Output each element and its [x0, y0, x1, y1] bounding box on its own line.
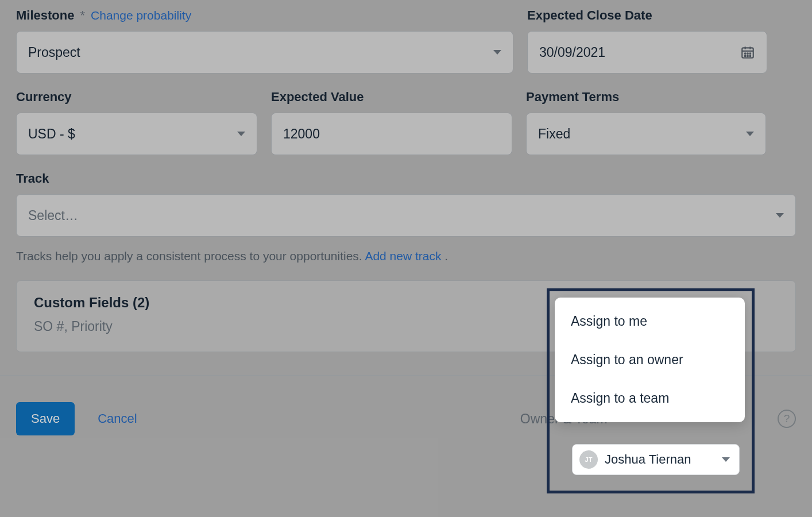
- payment-terms-value: Fixed: [538, 126, 746, 142]
- assign-to-owner-item[interactable]: Assign to an owner: [555, 341, 745, 379]
- milestone-select[interactable]: Prospect: [16, 31, 513, 74]
- chevron-down-icon: [237, 132, 245, 136]
- svg-point-4: [745, 53, 746, 54]
- payment-terms-field: Payment Terms Fixed: [526, 90, 766, 155]
- expected-value-input[interactable]: 12000: [271, 113, 512, 155]
- expected-close-date-field: Expected Close Date 30/09/2021: [527, 8, 767, 74]
- calendar-icon: [740, 45, 755, 60]
- currency-label: Currency: [16, 90, 72, 105]
- cancel-button[interactable]: Cancel: [98, 411, 137, 426]
- owner-avatar: JT: [579, 450, 598, 469]
- svg-point-5: [747, 53, 748, 54]
- track-select[interactable]: Select…: [16, 194, 796, 237]
- required-marker: *: [80, 8, 85, 23]
- track-label: Track: [16, 171, 49, 186]
- svg-point-7: [745, 56, 746, 57]
- track-field: Track Select…: [16, 171, 796, 237]
- currency-select[interactable]: USD - $: [16, 113, 257, 155]
- expected-close-date-value: 30/09/2021: [539, 45, 740, 60]
- svg-point-8: [747, 56, 748, 57]
- expected-close-date-label: Expected Close Date: [527, 8, 652, 23]
- assign-menu: Assign to me Assign to an owner Assign t…: [555, 298, 745, 422]
- currency-field: Currency USD - $: [16, 90, 257, 155]
- owner-chip[interactable]: JT Joshua Tiernan: [572, 444, 740, 475]
- svg-point-9: [749, 56, 751, 57]
- expected-value-field: Expected Value 12000: [271, 90, 512, 155]
- assign-to-me-item[interactable]: Assign to me: [555, 302, 745, 341]
- expected-value-value: 12000: [283, 126, 500, 142]
- payment-terms-select[interactable]: Fixed: [526, 113, 766, 155]
- help-icon[interactable]: ?: [778, 410, 796, 428]
- milestone-field: Milestone * Change probability Prospect: [16, 8, 513, 74]
- assign-to-team-item[interactable]: Assign to a team: [555, 379, 745, 418]
- chevron-down-icon: [746, 132, 754, 136]
- add-new-track-link[interactable]: Add new track: [365, 249, 441, 263]
- expected-close-date-input[interactable]: 30/09/2021: [527, 31, 767, 74]
- owner-name: Joshua Tiernan: [605, 452, 715, 467]
- milestone-value: Prospect: [28, 45, 493, 60]
- track-help-text: Tracks help you apply a consistent proce…: [16, 249, 796, 263]
- chevron-down-icon: [493, 50, 501, 55]
- currency-value: USD - $: [28, 126, 237, 142]
- payment-terms-label: Payment Terms: [526, 90, 619, 105]
- track-placeholder: Select…: [28, 208, 776, 223]
- svg-point-6: [749, 53, 751, 54]
- chevron-down-icon: [722, 457, 730, 462]
- save-button[interactable]: Save: [16, 402, 75, 435]
- milestone-label: Milestone: [16, 8, 74, 23]
- expected-value-label: Expected Value: [271, 90, 364, 105]
- change-probability-link[interactable]: Change probability: [91, 9, 191, 22]
- chevron-down-icon: [776, 213, 784, 218]
